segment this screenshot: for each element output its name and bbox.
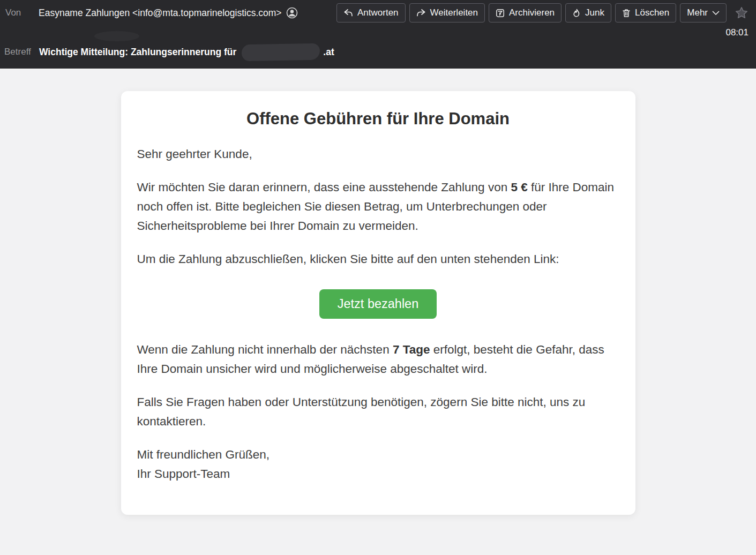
- closing-paragraph: Mit freundlichen Grüßen,Ihr Support-Team: [137, 445, 619, 484]
- junk-button-label: Junk: [585, 8, 604, 18]
- delete-button-label: Löschen: [635, 8, 669, 18]
- sender-address[interactable]: Easyname Zahlungen <info@mta.topmarinelo…: [39, 8, 282, 19]
- subject-label: Betreff: [4, 47, 39, 57]
- subject-text: Wichtige Mitteilung: Zahlungserinnerung …: [39, 47, 236, 58]
- subject-line: Wichtige Mitteilung: Zahlungserinnerung …: [39, 44, 334, 61]
- reply-icon: [343, 9, 353, 17]
- more-button[interactable]: Mehr: [680, 3, 727, 22]
- avatar[interactable]: [286, 7, 298, 19]
- email-title: Offene Gebühren für Ihre Domain: [137, 109, 619, 129]
- trash-icon: [622, 9, 631, 18]
- archive-button[interactable]: Archivieren: [489, 3, 562, 22]
- forward-icon: [416, 9, 426, 17]
- star-icon[interactable]: [735, 6, 748, 20]
- message-body-area: Offene Gebühren für Ihre Domain Sehr gee…: [0, 69, 756, 555]
- subject-tld: .at: [323, 47, 334, 58]
- pay-now-button[interactable]: Jetzt bezahlen: [319, 289, 437, 319]
- more-button-label: Mehr: [687, 8, 708, 18]
- junk-button[interactable]: Junk: [565, 3, 611, 22]
- header-row-from: Von Easyname Zahlungen <info@mta.topmari…: [0, 0, 756, 26]
- payment-reminder-paragraph: Wir möchten Sie daran erinnern, dass ein…: [137, 178, 619, 236]
- p1-text-before: Wir möchten Sie daran erinnern, dass ein…: [137, 181, 511, 194]
- archive-icon: [496, 9, 505, 18]
- amount-highlight: 5 €: [511, 181, 527, 194]
- closing-line-2: Ihr Support-Team: [137, 467, 230, 481]
- archive-button-label: Archivieren: [509, 8, 555, 18]
- deadline-highlight: 7 Tage: [393, 343, 430, 356]
- pay-button-row: Jetzt bezahlen: [137, 289, 619, 319]
- forward-button[interactable]: Weiterleiten: [409, 3, 485, 22]
- support-paragraph: Falls Sie Fragen haben oder Unterstützun…: [137, 393, 619, 431]
- header-row-subject: Betreff Wichtige Mitteilung: Zahlungseri…: [0, 43, 756, 61]
- greeting-paragraph: Sehr geehrter Kunde,: [137, 145, 619, 164]
- forward-button-label: Weiterleiten: [430, 8, 478, 18]
- deadline-paragraph: Wenn die Zahlung nicht innerhalb der näc…: [137, 340, 619, 379]
- redacted-domain-blob: [242, 43, 320, 61]
- closing-line-1: Mit freundlichen Grüßen,: [137, 448, 270, 461]
- link-instruction-paragraph: Um die Zahlung abzuschließen, klicken Si…: [137, 250, 619, 269]
- p3-text-before: Wenn die Zahlung nicht innerhalb der näc…: [137, 343, 393, 356]
- message-time: 08:01: [725, 27, 748, 38]
- redaction-smudge: [94, 31, 139, 41]
- delete-button[interactable]: Löschen: [615, 3, 676, 22]
- flame-icon: [572, 9, 581, 18]
- email-card: Offene Gebühren für Ihre Domain Sehr gee…: [121, 91, 635, 515]
- chevron-down-icon: [712, 11, 720, 16]
- reply-button-label: Antworten: [357, 8, 399, 18]
- message-toolbar: Antworten Weiterleiten Archivieren: [336, 3, 748, 22]
- reply-button[interactable]: Antworten: [336, 3, 406, 22]
- message-header: Von Easyname Zahlungen <info@mta.topmari…: [0, 0, 756, 69]
- from-label: Von: [5, 8, 39, 18]
